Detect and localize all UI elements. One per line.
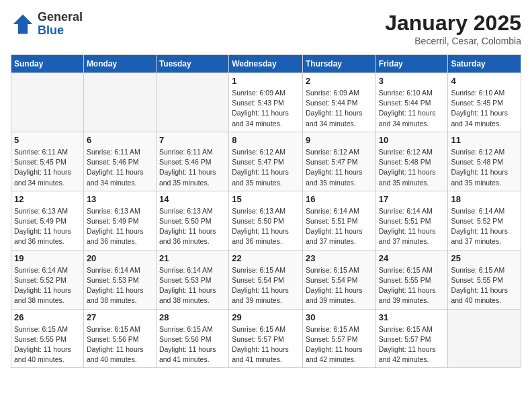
day-number: 15 [232, 194, 300, 204]
logo-blue-text: Blue [38, 24, 83, 38]
logo-general-text: General [38, 11, 83, 24]
day-info: Sunrise: 6:15 AM Sunset: 5:55 PM Dayligh… [14, 324, 81, 365]
day-info: Sunrise: 6:12 AM Sunset: 5:48 PM Dayligh… [451, 147, 518, 188]
calendar-day-cell: 2Sunrise: 6:09 AM Sunset: 5:44 PM Daylig… [302, 73, 375, 132]
calendar-day-cell: 6Sunrise: 6:11 AM Sunset: 5:46 PM Daylig… [83, 132, 156, 191]
day-number: 21 [159, 253, 226, 263]
day-info: Sunrise: 6:12 AM Sunset: 5:47 PM Dayligh… [306, 147, 373, 188]
calendar-day-cell: 23Sunrise: 6:15 AM Sunset: 5:54 PM Dayli… [302, 250, 375, 309]
day-info: Sunrise: 6:10 AM Sunset: 5:45 PM Dayligh… [451, 88, 518, 129]
calendar-week-row: 19Sunrise: 6:14 AM Sunset: 5:52 PM Dayli… [11, 250, 521, 309]
day-info: Sunrise: 6:11 AM Sunset: 5:45 PM Dayligh… [14, 147, 81, 188]
day-of-week-header: Monday [83, 55, 156, 73]
day-number: 23 [306, 253, 373, 263]
logo: General Blue [11, 11, 83, 38]
calendar-day-cell [156, 73, 228, 132]
calendar-day-cell: 3Sunrise: 6:10 AM Sunset: 5:44 PM Daylig… [375, 73, 448, 132]
calendar-day-cell: 19Sunrise: 6:14 AM Sunset: 5:52 PM Dayli… [11, 250, 84, 309]
day-number: 4 [451, 76, 518, 86]
day-info: Sunrise: 6:15 AM Sunset: 5:55 PM Dayligh… [379, 265, 445, 306]
day-info: Sunrise: 6:11 AM Sunset: 5:46 PM Dayligh… [159, 147, 226, 188]
calendar-day-cell: 28Sunrise: 6:15 AM Sunset: 5:56 PM Dayli… [156, 309, 228, 368]
day-number: 11 [451, 135, 518, 145]
calendar-day-cell: 7Sunrise: 6:11 AM Sunset: 5:46 PM Daylig… [156, 132, 228, 191]
day-info: Sunrise: 6:11 AM Sunset: 5:46 PM Dayligh… [87, 147, 153, 188]
day-number: 5 [14, 135, 81, 145]
day-info: Sunrise: 6:15 AM Sunset: 5:56 PM Dayligh… [159, 324, 226, 365]
day-info: Sunrise: 6:13 AM Sunset: 5:50 PM Dayligh… [232, 206, 300, 247]
day-number: 9 [306, 135, 373, 145]
day-number: 31 [379, 312, 445, 322]
day-number: 19 [14, 253, 81, 263]
day-number: 3 [379, 76, 445, 86]
calendar-day-cell: 17Sunrise: 6:14 AM Sunset: 5:51 PM Dayli… [375, 191, 448, 250]
day-info: Sunrise: 6:14 AM Sunset: 5:53 PM Dayligh… [159, 265, 226, 306]
calendar-day-cell: 22Sunrise: 6:15 AM Sunset: 5:54 PM Dayli… [229, 250, 303, 309]
calendar-day-cell: 9Sunrise: 6:12 AM Sunset: 5:47 PM Daylig… [302, 132, 375, 191]
title-block: January 2025 Becerril, Cesar, Colombia [385, 11, 521, 46]
day-info: Sunrise: 6:09 AM Sunset: 5:44 PM Dayligh… [306, 88, 373, 129]
day-info: Sunrise: 6:15 AM Sunset: 5:56 PM Dayligh… [87, 324, 153, 365]
day-number: 18 [451, 194, 518, 204]
logo-text: General Blue [38, 11, 83, 38]
calendar-week-row: 1Sunrise: 6:09 AM Sunset: 5:43 PM Daylig… [11, 73, 521, 132]
day-number: 14 [159, 194, 226, 204]
calendar-header-row: SundayMondayTuesdayWednesdayThursdayFrid… [11, 55, 521, 73]
day-info: Sunrise: 6:13 AM Sunset: 5:49 PM Dayligh… [14, 206, 81, 247]
day-number: 20 [87, 253, 153, 263]
calendar-day-cell [448, 309, 521, 368]
calendar-day-cell: 8Sunrise: 6:12 AM Sunset: 5:47 PM Daylig… [229, 132, 303, 191]
calendar-day-cell: 29Sunrise: 6:15 AM Sunset: 5:57 PM Dayli… [229, 309, 303, 368]
calendar-day-cell: 20Sunrise: 6:14 AM Sunset: 5:53 PM Dayli… [83, 250, 156, 309]
day-info: Sunrise: 6:15 AM Sunset: 5:54 PM Dayligh… [306, 265, 373, 306]
day-info: Sunrise: 6:14 AM Sunset: 5:52 PM Dayligh… [451, 206, 518, 247]
day-number: 7 [159, 135, 226, 145]
calendar-day-cell: 11Sunrise: 6:12 AM Sunset: 5:48 PM Dayli… [448, 132, 521, 191]
day-number: 26 [14, 312, 81, 322]
day-info: Sunrise: 6:13 AM Sunset: 5:49 PM Dayligh… [87, 206, 153, 247]
day-info: Sunrise: 6:12 AM Sunset: 5:47 PM Dayligh… [232, 147, 300, 188]
day-number: 30 [306, 312, 373, 322]
day-number: 28 [159, 312, 226, 322]
day-number: 25 [451, 253, 518, 263]
calendar-day-cell: 18Sunrise: 6:14 AM Sunset: 5:52 PM Dayli… [448, 191, 521, 250]
day-of-week-header: Tuesday [156, 55, 228, 73]
calendar-title: January 2025 [385, 11, 521, 36]
day-number: 24 [379, 253, 445, 263]
day-of-week-header: Saturday [448, 55, 521, 73]
calendar-day-cell: 5Sunrise: 6:11 AM Sunset: 5:45 PM Daylig… [11, 132, 84, 191]
page-header: General Blue January 2025 Becerril, Cesa… [11, 11, 521, 46]
day-number: 10 [379, 135, 445, 145]
day-number: 13 [87, 194, 153, 204]
day-info: Sunrise: 6:14 AM Sunset: 5:51 PM Dayligh… [306, 206, 373, 247]
calendar-day-cell [11, 73, 84, 132]
calendar-day-cell: 10Sunrise: 6:12 AM Sunset: 5:48 PM Dayli… [375, 132, 448, 191]
logo-icon [11, 12, 35, 36]
calendar-week-row: 5Sunrise: 6:11 AM Sunset: 5:45 PM Daylig… [11, 132, 521, 191]
day-number: 12 [14, 194, 81, 204]
day-info: Sunrise: 6:15 AM Sunset: 5:55 PM Dayligh… [451, 265, 518, 306]
calendar-day-cell: 26Sunrise: 6:15 AM Sunset: 5:55 PM Dayli… [11, 309, 84, 368]
calendar-subtitle: Becerril, Cesar, Colombia [385, 36, 521, 46]
day-info: Sunrise: 6:10 AM Sunset: 5:44 PM Dayligh… [379, 88, 445, 129]
day-info: Sunrise: 6:15 AM Sunset: 5:57 PM Dayligh… [232, 324, 300, 365]
day-of-week-header: Friday [375, 55, 448, 73]
calendar-day-cell: 13Sunrise: 6:13 AM Sunset: 5:49 PM Dayli… [83, 191, 156, 250]
day-info: Sunrise: 6:09 AM Sunset: 5:43 PM Dayligh… [232, 88, 300, 129]
day-number: 1 [232, 76, 300, 86]
calendar-day-cell: 31Sunrise: 6:15 AM Sunset: 5:57 PM Dayli… [375, 309, 448, 368]
calendar-week-row: 12Sunrise: 6:13 AM Sunset: 5:49 PM Dayli… [11, 191, 521, 250]
calendar-day-cell: 15Sunrise: 6:13 AM Sunset: 5:50 PM Dayli… [229, 191, 303, 250]
svg-marker-0 [13, 14, 33, 34]
calendar-day-cell: 30Sunrise: 6:15 AM Sunset: 5:57 PM Dayli… [302, 309, 375, 368]
day-number: 6 [87, 135, 153, 145]
day-info: Sunrise: 6:15 AM Sunset: 5:57 PM Dayligh… [306, 324, 373, 365]
day-info: Sunrise: 6:14 AM Sunset: 5:53 PM Dayligh… [87, 265, 153, 306]
day-number: 16 [306, 194, 373, 204]
day-info: Sunrise: 6:13 AM Sunset: 5:50 PM Dayligh… [159, 206, 226, 247]
calendar-day-cell: 24Sunrise: 6:15 AM Sunset: 5:55 PM Dayli… [375, 250, 448, 309]
calendar-day-cell: 1Sunrise: 6:09 AM Sunset: 5:43 PM Daylig… [229, 73, 303, 132]
day-of-week-header: Thursday [302, 55, 375, 73]
day-number: 2 [306, 76, 373, 86]
day-number: 17 [379, 194, 445, 204]
